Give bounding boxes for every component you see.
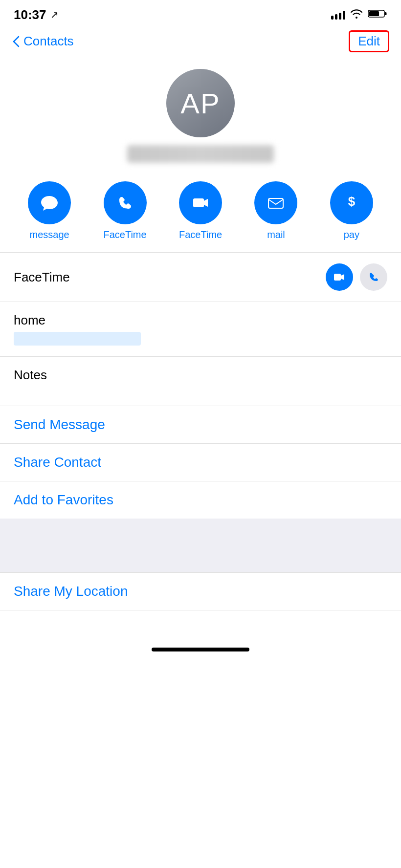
action-buttons-row: message FaceTime FaceTime mail	[0, 181, 401, 252]
svg-rect-4	[268, 198, 283, 208]
home-bar	[152, 648, 249, 651]
svg-rect-3	[193, 198, 204, 207]
avatar-section: AP	[0, 59, 401, 181]
message-button[interactable]: message	[28, 181, 71, 240]
share-contact-button[interactable]: Share Contact	[0, 444, 401, 481]
facetime-audio-icon-circle	[104, 181, 147, 224]
svg-rect-2	[369, 11, 379, 16]
home-label: home	[14, 313, 45, 327]
facetime-audio-button[interactable]: FaceTime	[103, 181, 146, 240]
svg-rect-6	[334, 274, 341, 281]
battery-icon	[368, 9, 387, 21]
wifi-icon	[350, 9, 363, 21]
location-icon: ↗	[50, 9, 59, 21]
status-bar: 10:37 ↗	[0, 0, 401, 26]
back-button[interactable]: Contacts	[12, 34, 74, 49]
facetime-action-buttons	[326, 263, 387, 291]
add-to-favorites-button[interactable]: Add to Favorites	[0, 481, 401, 519]
pay-button[interactable]: $ pay	[330, 181, 373, 240]
message-icon-circle	[28, 181, 71, 224]
bottom-spacer	[0, 610, 401, 640]
mail-icon-circle	[254, 181, 297, 224]
location-section: Share My Location	[0, 572, 401, 610]
facetime-audio-label: FaceTime	[103, 229, 146, 240]
avatar: AP	[166, 69, 235, 137]
home-indicator	[0, 640, 401, 661]
back-label: Contacts	[23, 34, 74, 49]
edit-button[interactable]: Edit	[349, 30, 389, 52]
signal-bars-icon	[331, 10, 345, 20]
message-label: message	[30, 229, 69, 240]
status-time: 10:37	[14, 7, 46, 22]
facetime-row: FaceTime	[14, 253, 387, 302]
svg-text:$: $	[348, 194, 356, 209]
facetime-video-label: FaceTime	[179, 229, 222, 240]
facetime-label: FaceTime	[14, 270, 70, 285]
nav-bar: Contacts Edit	[0, 26, 401, 59]
mail-button[interactable]: mail	[254, 181, 297, 240]
facetime-video-icon-circle	[179, 181, 222, 224]
notes-section: Notes	[0, 357, 401, 406]
home-row: home	[14, 302, 387, 356]
share-location-button[interactable]: Share My Location	[0, 573, 401, 610]
pay-icon-circle: $	[330, 181, 373, 224]
mail-label: mail	[267, 229, 285, 240]
facetime-audio-small-button[interactable]	[360, 263, 387, 291]
facetime-video-small-button[interactable]	[326, 263, 353, 291]
svg-rect-1	[385, 12, 387, 15]
status-icons	[331, 9, 387, 21]
home-number-blurred	[14, 332, 141, 346]
pay-label: pay	[344, 229, 359, 240]
contact-name-blurred	[127, 145, 274, 163]
notes-label: Notes	[14, 368, 47, 382]
section-gap	[0, 519, 401, 572]
facetime-video-button[interactable]: FaceTime	[179, 181, 222, 240]
action-list: Send Message Share Contact Add to Favori…	[0, 406, 401, 519]
facetime-section: FaceTime	[0, 253, 401, 302]
send-message-button[interactable]: Send Message	[0, 406, 401, 444]
avatar-initials: AP	[180, 87, 220, 120]
home-section: home	[0, 302, 401, 356]
notes-row: Notes	[14, 357, 387, 406]
